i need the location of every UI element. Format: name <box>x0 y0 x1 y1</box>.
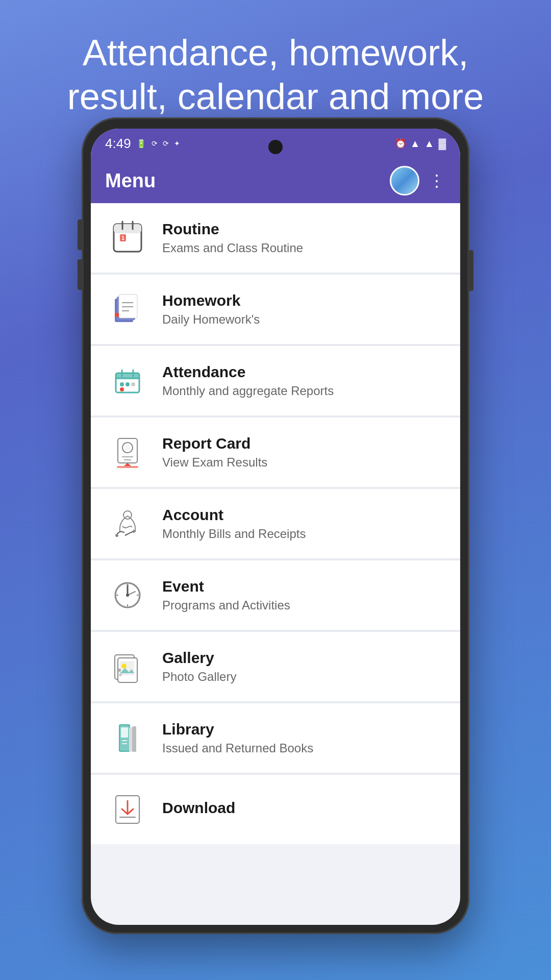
attendance-subtitle: Monthly and aggregate Reports <box>162 384 444 398</box>
side-button-vol-up <box>78 219 84 250</box>
menu-item-gallery[interactable]: Gallery Photo Gallery <box>91 632 460 701</box>
svg-rect-50 <box>132 726 136 752</box>
event-title: Event <box>162 578 444 595</box>
alarm-icon: ⏰ <box>395 138 406 149</box>
more-menu-button[interactable]: ⋮ <box>429 171 446 190</box>
svg-rect-1 <box>114 224 141 233</box>
side-button-vol-down <box>78 259 84 290</box>
svg-point-24 <box>124 445 131 451</box>
svg-rect-27 <box>117 466 138 468</box>
attendance-icon-wrap <box>107 360 148 401</box>
attendance-icon <box>110 363 145 399</box>
phone-shell: 4:49 🔋 ⟳ ⟳ ✦ ⏰ ▲ ▲ ▓ Menu <box>82 117 469 934</box>
svg-rect-12 <box>115 313 119 317</box>
account-text: Account Monthly Bills and Receipts <box>162 506 444 541</box>
event-icon <box>110 577 145 613</box>
gallery-icon-wrap <box>107 646 148 687</box>
phone-screen: 4:49 🔋 ⟳ ⟳ ✦ ⏰ ▲ ▲ ▓ Menu <box>91 129 460 925</box>
routine-text: Routine Exams and Class Routine <box>162 220 444 255</box>
svg-point-42 <box>121 664 127 669</box>
report-card-icon <box>110 434 145 470</box>
account-title: Account <box>162 506 444 524</box>
account-subtitle: Monthly Bills and Receipts <box>162 527 444 541</box>
menu-item-library[interactable]: Library Issued and Returned Books <box>91 703 460 773</box>
status-icons: ⏰ ▲ ▲ ▓ <box>395 138 446 150</box>
camera-notch <box>268 140 283 154</box>
report-card-text: Report Card View Exam Results <box>162 435 444 470</box>
menu-item-homework[interactable]: Homework Daily Homework's <box>91 275 460 344</box>
event-subtitle: Programs and Activities <box>162 598 444 612</box>
download-title: Download <box>162 799 444 817</box>
svg-point-21 <box>120 387 124 391</box>
routine-subtitle: Exams and Class Routine <box>162 241 444 255</box>
download-icon-wrap <box>107 789 148 830</box>
battery-status-icon: ▓ <box>438 138 446 150</box>
svg-point-44 <box>119 673 122 676</box>
library-icon <box>110 720 145 756</box>
attendance-text: Attendance Monthly and aggregate Reports <box>162 363 444 398</box>
gallery-title: Gallery <box>162 649 444 667</box>
account-icon-wrap <box>107 503 148 544</box>
library-title: Library <box>162 721 444 738</box>
download-icon <box>110 792 145 827</box>
avatar-image <box>391 167 418 194</box>
library-icon-wrap <box>107 718 148 758</box>
report-card-icon-wrap <box>107 432 148 473</box>
menu-item-report-card[interactable]: Report Card View Exam Results <box>91 418 460 487</box>
battery-icon: 🔋 <box>136 139 146 149</box>
svg-rect-51 <box>129 727 132 752</box>
signal-icon: ▲ <box>424 138 435 150</box>
attendance-title: Attendance <box>162 363 444 381</box>
homework-icon <box>110 291 145 327</box>
svg-point-19 <box>126 382 130 386</box>
routine-icon-wrap: 1 <box>107 217 148 258</box>
wifi-icon: ▲ <box>410 138 420 150</box>
routine-icon: 1 <box>110 220 145 256</box>
svg-point-34 <box>126 594 129 597</box>
download-text: Download <box>162 799 444 820</box>
svg-rect-15 <box>116 377 139 379</box>
app-bar: Menu ⋮ <box>91 158 460 203</box>
event-text: Event Programs and Activities <box>162 578 444 612</box>
homework-title: Homework <box>162 292 444 309</box>
status-time: 4:49 <box>105 136 131 152</box>
report-card-title: Report Card <box>162 435 444 452</box>
homework-text: Homework Daily Homework's <box>162 292 444 327</box>
svg-point-28 <box>123 511 132 519</box>
status-left: 4:49 🔋 ⟳ ⟳ ✦ <box>105 136 180 152</box>
side-button-power <box>467 250 473 291</box>
svg-text:1: 1 <box>121 235 124 241</box>
event-icon-wrap <box>107 575 148 616</box>
homework-subtitle: Daily Homework's <box>162 312 444 327</box>
library-text: Library Issued and Returned Books <box>162 721 444 755</box>
menu-item-attendance[interactable]: Attendance Monthly and aggregate Reports <box>91 346 460 415</box>
sync-icon: ⟳ <box>163 139 169 148</box>
avatar[interactable] <box>390 166 419 195</box>
library-subtitle: Issued and Returned Books <box>162 741 444 755</box>
svg-point-18 <box>120 382 124 386</box>
menu-list: 1 Routine Exams and Class Routine <box>91 203 460 844</box>
app-bar-actions: ⋮ <box>390 166 446 195</box>
menu-item-event[interactable]: Event Programs and Activities <box>91 560 460 630</box>
gallery-subtitle: Photo Gallery <box>162 670 444 684</box>
svg-point-20 <box>131 382 135 386</box>
gallery-text: Gallery Photo Gallery <box>162 649 444 684</box>
svg-point-43 <box>118 669 121 672</box>
slack-icon: ✦ <box>174 139 180 148</box>
svg-rect-47 <box>121 727 128 738</box>
routine-title: Routine <box>162 220 444 238</box>
menu-item-account[interactable]: Account Monthly Bills and Receipts <box>91 489 460 558</box>
report-card-subtitle: View Exam Results <box>162 455 444 470</box>
account-icon <box>110 506 145 542</box>
page-background: Attendance, homework, result, calendar a… <box>0 0 551 980</box>
app-bar-title: Menu <box>105 170 156 192</box>
gallery-icon <box>110 649 145 684</box>
notification-icon: ⟳ <box>152 139 158 148</box>
menu-item-download[interactable]: Download <box>91 775 460 844</box>
svg-point-29 <box>115 534 118 537</box>
menu-item-routine[interactable]: 1 Routine Exams and Class Routine <box>91 203 460 273</box>
homework-icon-wrap <box>107 289 148 330</box>
